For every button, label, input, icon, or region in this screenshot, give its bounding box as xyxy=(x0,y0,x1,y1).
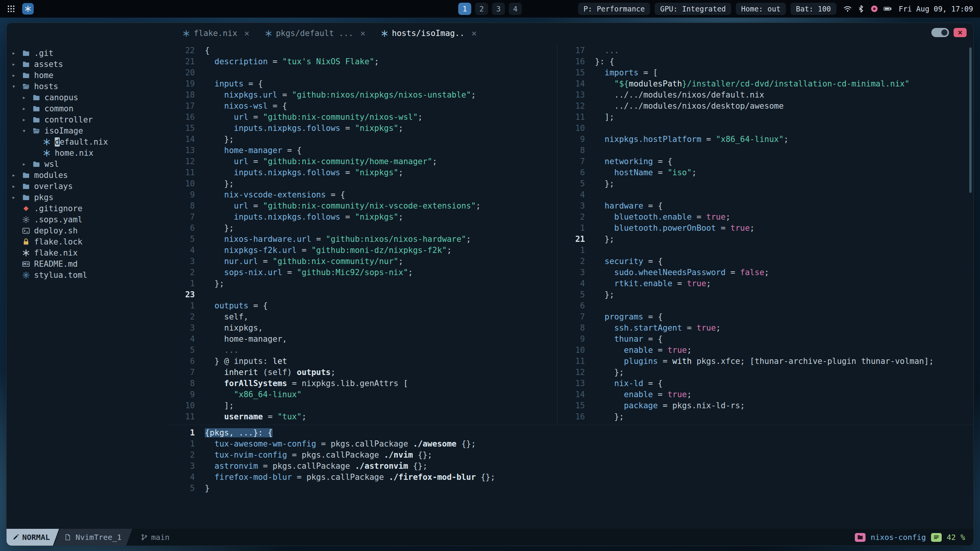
code-line[interactable]: 21 description = "tux's NixOS Flake"; xyxy=(167,56,557,67)
code-line[interactable]: 10 enable = true; xyxy=(557,345,973,356)
tab-hosts-isoimag[interactable]: hosts/isoImag..× xyxy=(373,28,485,38)
tree-item-default-nix[interactable]: default.nix xyxy=(7,136,167,147)
code-line[interactable]: 5} xyxy=(167,483,973,494)
code-line[interactable]: 12 url = "github:nix-community/home-mana… xyxy=(167,156,557,167)
code-line[interactable]: 15 package = pkgs.nix-ld-rs; xyxy=(557,400,973,411)
code-line[interactable]: 6 }; xyxy=(167,223,557,234)
titlebar-toggle[interactable] xyxy=(931,28,949,37)
wifi-icon[interactable] xyxy=(843,5,852,13)
code-line[interactable]: 9 nixpkgs.hostPlatform = "x86_64-linux"; xyxy=(557,134,973,145)
tree-item-sops-yaml[interactable]: .sops.yaml xyxy=(7,214,167,225)
workspace-1[interactable]: 1 xyxy=(458,3,471,15)
code-line[interactable]: 18 nixpkgs.url = "github:nixos/nixpkgs/n… xyxy=(167,90,557,101)
tree-item-git[interactable]: ▸.git xyxy=(7,47,167,59)
tab-close-icon[interactable]: × xyxy=(360,28,366,38)
tree-item-modules[interactable]: ▸modules xyxy=(7,170,167,181)
code-line[interactable]: 13 nix-ld = { xyxy=(557,378,973,389)
code-line[interactable]: 3 hardware = { xyxy=(557,201,973,212)
code-line[interactable]: 5 nixos-hardware.url = "github:nixos/nix… xyxy=(167,234,557,245)
code-line[interactable]: 10 ]; xyxy=(167,400,557,411)
status-pill[interactable]: P: Performance xyxy=(578,3,650,15)
code-line[interactable]: 9 "x86_64-linux" xyxy=(167,389,557,400)
code-line[interactable]: 2 self, xyxy=(167,311,557,323)
code-line[interactable]: 1 tux-awesome-wm-config = pkgs.callPacka… xyxy=(167,439,973,450)
code-line[interactable]: 9 nix-vscode-extensions = { xyxy=(167,189,557,201)
code-line[interactable]: 3 nixpkgs, xyxy=(167,323,557,334)
workspace-2[interactable]: 2 xyxy=(475,3,488,15)
workspace-4[interactable]: 4 xyxy=(509,3,522,15)
code-line[interactable]: 9 thunar = { xyxy=(557,334,973,345)
code-line[interactable]: 23 xyxy=(167,289,557,300)
clock[interactable]: Fri Aug 09, 17:09 xyxy=(899,5,973,13)
code-line[interactable]: 5 }; xyxy=(557,289,973,300)
code-line[interactable]: 3 astronvim = pkgs.callPackage ./astronv… xyxy=(167,461,973,472)
code-line[interactable]: 5 ... xyxy=(167,345,557,356)
code-line[interactable]: 2 tux-nvim-config = pkgs.callPackage ./n… xyxy=(167,450,973,461)
editor-pane-pkgs-default-nix[interactable]: 1{pkgs, ...}: {1 tux-awesome-wm-config =… xyxy=(167,425,973,529)
workspace-3[interactable]: 3 xyxy=(492,3,505,15)
code-line[interactable]: 11 ]; xyxy=(557,112,973,123)
code-line[interactable]: 22{ xyxy=(167,45,557,56)
code-line[interactable]: 14 enable = true; xyxy=(557,389,973,400)
code-line[interactable]: 14 }; xyxy=(167,134,557,145)
tab-close-icon[interactable]: × xyxy=(244,28,250,38)
tree-item-hosts[interactable]: ▾hosts xyxy=(7,81,167,92)
code-line[interactable]: 2 bluetooth.enable = true; xyxy=(557,212,973,223)
code-line[interactable]: 17 nixos-wsl = { xyxy=(167,101,557,112)
status-pill[interactable]: GPU: Integrated xyxy=(655,3,731,15)
code-line[interactable]: 13 home-manager = { xyxy=(167,145,557,156)
tree-item-pkgs[interactable]: ▸pkgs xyxy=(7,192,167,203)
code-line[interactable]: 13 ../../modules/nixos/default.nix xyxy=(557,90,973,101)
code-line[interactable]: 15 inputs.nixpkgs.follows = "nixpkgs"; xyxy=(167,123,557,134)
code-line[interactable]: 1 }; xyxy=(167,278,557,289)
record-icon[interactable] xyxy=(870,5,879,13)
code-line[interactable]: 8 url = "github:nix-community/nix-vscode… xyxy=(167,201,557,212)
code-line[interactable]: 2 sops-nix.url = "github:Mic92/sops-nix"… xyxy=(167,267,557,278)
code-line[interactable]: 16}: { xyxy=(557,56,973,67)
tree-item-wsl[interactable]: ▸wsl xyxy=(7,158,167,170)
tree-item-controller[interactable]: ▸controller xyxy=(7,114,167,125)
tree-item-home[interactable]: ▸home xyxy=(7,70,167,81)
code-line[interactable]: 4 xyxy=(557,189,973,201)
code-line[interactable]: 7 inputs.nixpkgs.follows = "nixpkgs"; xyxy=(167,212,557,223)
code-line[interactable]: 12 ../../modules/nixos/desktop/awesome xyxy=(557,101,973,112)
tree-item-assets[interactable]: ▸assets xyxy=(7,59,167,70)
code-line[interactable]: 7 networking = { xyxy=(557,156,973,167)
code-line[interactable]: 1 xyxy=(557,245,973,256)
tree-item-gitignore[interactable]: .gitignore xyxy=(7,203,167,214)
code-line[interactable]: 8 xyxy=(557,145,973,156)
status-pill[interactable]: Bat: 100 xyxy=(791,3,836,15)
code-line[interactable]: 4 home-manager, xyxy=(167,334,557,345)
bluetooth-icon[interactable] xyxy=(857,5,865,13)
code-line[interactable]: 7 inherit (self) outputs; xyxy=(167,367,557,378)
tree-item-canopus[interactable]: ▸canopus xyxy=(7,92,167,103)
code-line[interactable]: 10 xyxy=(557,123,973,134)
code-line[interactable]: 11 username = "tux"; xyxy=(167,411,557,422)
code-line[interactable]: 8 forAllSystems = nixpkgs.lib.genAttrs [ xyxy=(167,378,557,389)
code-line[interactable]: 15 imports = [ xyxy=(557,67,973,78)
tree-item-isoimage[interactable]: ▾isoImage xyxy=(7,125,167,136)
code-line[interactable]: 5 }; xyxy=(557,178,973,189)
code-line[interactable]: 7 programs = { xyxy=(557,311,973,323)
code-line[interactable]: 3 sudo.wheelNeedsPassword = false; xyxy=(557,267,973,278)
code-line[interactable]: 1 bluetooth.powerOnBoot = true; xyxy=(557,223,973,234)
code-line[interactable]: 4 firefox-mod-blur = pkgs.callPackage ./… xyxy=(167,472,973,483)
tree-item-flake-lock[interactable]: flake.lock xyxy=(7,236,167,247)
code-line[interactable]: 19 inputs = { xyxy=(167,78,557,90)
code-line[interactable]: 20 xyxy=(167,67,557,78)
editor-pane-flake-nix[interactable]: 22{21 description = "tux's NixOS Flake";… xyxy=(167,45,557,425)
code-line[interactable]: 11 plugins = with pkgs.xfce; [thunar-arc… xyxy=(557,356,973,367)
tab-close-icon[interactable]: × xyxy=(471,28,477,38)
code-line[interactable]: 2 security = { xyxy=(557,256,973,267)
scrollbar[interactable] xyxy=(969,47,972,193)
code-line[interactable]: 16 url = "github:nix-community/nixos-wsl… xyxy=(167,112,557,123)
tab-pkgs-default[interactable]: pkgs/default ...× xyxy=(257,28,373,38)
battery-icon[interactable] xyxy=(884,5,892,13)
code-line[interactable]: 12 }; xyxy=(557,367,973,378)
code-line[interactable]: 10 }; xyxy=(167,178,557,189)
tree-item-flake-nix[interactable]: flake.nix xyxy=(7,247,167,258)
code-line[interactable]: 6 } @ inputs: let xyxy=(167,356,557,367)
tree-item-deploy-sh[interactable]: deploy.sh xyxy=(7,225,167,236)
status-pill[interactable]: Home: out xyxy=(736,3,786,15)
app-grid-icon[interactable] xyxy=(7,5,15,13)
